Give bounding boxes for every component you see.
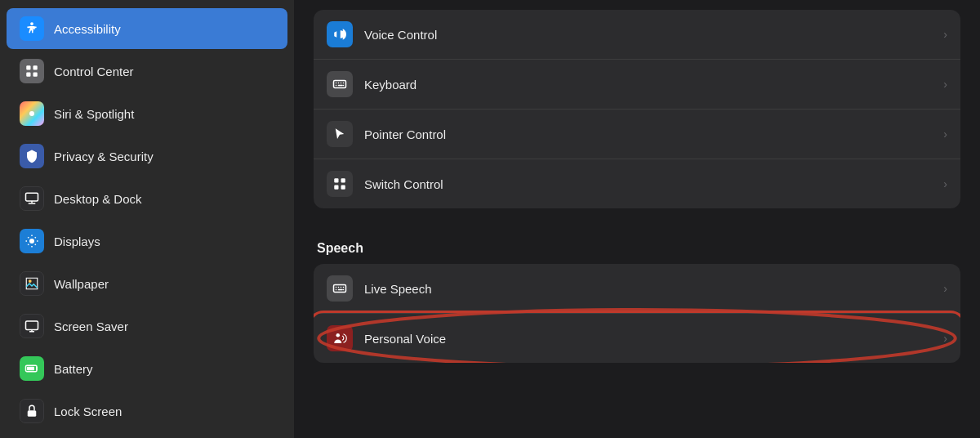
svg-rect-13 [27, 367, 34, 371]
voice-control-label: Voice Control [364, 28, 932, 42]
sidebar-item-accessibility[interactable]: Accessibility [7, 8, 287, 49]
sidebar-item-wallpaper-label: Wallpaper [54, 277, 109, 291]
voice-control-icon [327, 21, 353, 47]
sidebar-item-siri-spotlight[interactable]: Siri & Spotlight [7, 93, 287, 134]
personal-voice-label: Personal Voice [364, 332, 932, 346]
svg-point-21 [336, 333, 341, 337]
main-content: Voice Control › Keyboard › Pointer Contr… [294, 0, 980, 438]
sidebar-item-wallpaper[interactable]: Wallpaper [7, 263, 287, 304]
svg-point-0 [30, 22, 33, 25]
voice-control-row[interactable]: Voice Control › [314, 10, 960, 60]
svg-point-5 [29, 111, 34, 116]
svg-rect-14 [28, 410, 37, 417]
svg-rect-17 [341, 178, 345, 182]
accessibility-group1: Voice Control › Keyboard › Pointer Contr… [314, 10, 960, 208]
svg-rect-11 [26, 321, 38, 330]
switch-control-icon [327, 171, 353, 197]
live-speech-row[interactable]: Live Speech › [314, 264, 960, 314]
sidebar-item-desktop-dock-label: Desktop & Dock [54, 192, 142, 206]
sidebar-item-accessibility-label: Accessibility [54, 22, 121, 36]
sidebar-item-screen-saver[interactable]: Screen Saver [7, 306, 287, 346]
svg-rect-2 [33, 65, 38, 69]
keyboard-row[interactable]: Keyboard › [314, 60, 960, 110]
sidebar-item-lock-screen-label: Lock Screen [54, 404, 122, 418]
privacy-security-icon [20, 144, 44, 168]
screen-saver-icon [20, 314, 44, 338]
personal-voice-row[interactable]: Personal Voice › [314, 314, 960, 363]
switch-control-row[interactable]: Switch Control › [314, 159, 960, 208]
sidebar-item-privacy-security[interactable]: Privacy & Security [7, 136, 287, 177]
desktop-dock-icon [20, 186, 44, 211]
sidebar: Accessibility Control Center Siri & Spot… [0, 0, 294, 438]
voice-control-chevron: › [943, 28, 947, 41]
sidebar-item-siri-spotlight-label: Siri & Spotlight [54, 107, 134, 121]
battery-icon [20, 356, 44, 381]
svg-rect-7 [29, 203, 36, 204]
speech-group: Live Speech › Personal Voice › [314, 264, 960, 363]
personal-voice-icon [327, 325, 353, 351]
switch-control-chevron: › [943, 177, 947, 190]
control-center-icon [20, 59, 44, 83]
pointer-control-icon [327, 121, 353, 147]
svg-rect-18 [334, 185, 338, 190]
sidebar-item-displays-label: Displays [54, 235, 100, 248]
sidebar-item-screen-saver-label: Screen Saver [54, 320, 128, 333]
svg-rect-16 [334, 178, 338, 182]
sidebar-item-battery[interactable]: Battery [7, 348, 287, 389]
keyboard-icon [327, 71, 353, 97]
accessibility-icon [20, 16, 44, 41]
keyboard-label: Keyboard [364, 78, 932, 92]
svg-point-9 [29, 239, 34, 244]
speech-section-label: Speech [314, 228, 960, 264]
sidebar-item-desktop-dock[interactable]: Desktop & Dock [7, 178, 287, 219]
sidebar-item-control-center[interactable]: Control Center [7, 51, 287, 92]
sidebar-item-battery-label: Battery [54, 362, 93, 376]
svg-rect-3 [26, 73, 30, 77]
keyboard-chevron: › [943, 78, 947, 91]
siri-spotlight-icon [20, 101, 44, 126]
pointer-control-row[interactable]: Pointer Control › [314, 110, 960, 159]
sidebar-item-displays[interactable]: Displays [7, 221, 287, 261]
sidebar-item-privacy-security-label: Privacy & Security [54, 150, 154, 163]
svg-rect-15 [334, 81, 346, 88]
switch-control-label: Switch Control [364, 177, 932, 191]
live-speech-icon [327, 275, 353, 302]
live-speech-label: Live Speech [364, 282, 932, 296]
svg-rect-20 [334, 285, 346, 293]
pointer-control-label: Pointer Control [364, 127, 932, 141]
svg-rect-1 [26, 65, 30, 69]
displays-icon [20, 229, 44, 253]
sidebar-item-control-center-label: Control Center [54, 65, 134, 78]
wallpaper-icon [20, 271, 44, 296]
live-speech-chevron: › [943, 282, 947, 295]
sidebar-item-lock-screen[interactable]: Lock Screen [7, 391, 287, 431]
svg-point-10 [29, 279, 32, 283]
personal-voice-chevron: › [943, 332, 947, 345]
svg-rect-19 [341, 185, 345, 190]
svg-rect-4 [33, 73, 38, 77]
lock-screen-icon [20, 399, 44, 423]
pointer-control-chevron: › [943, 127, 947, 141]
svg-rect-6 [26, 193, 38, 201]
